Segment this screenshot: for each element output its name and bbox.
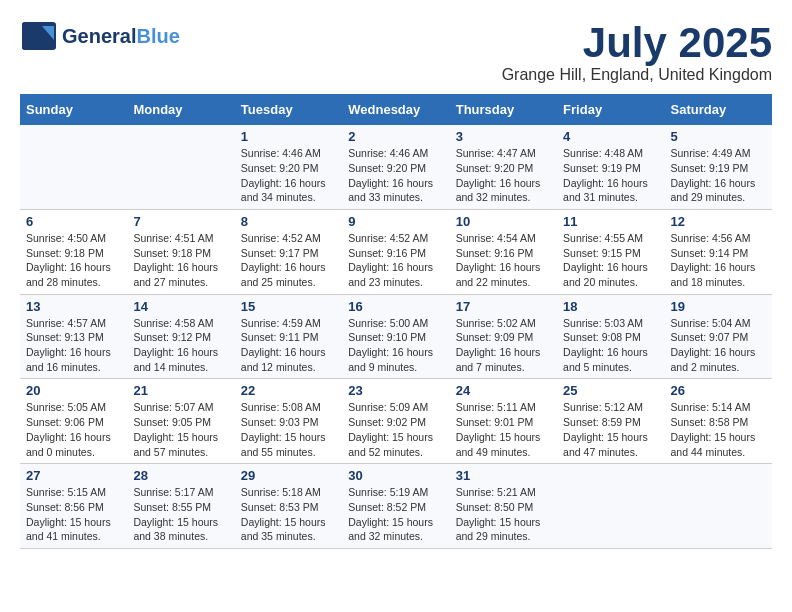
day-number: 28 bbox=[133, 468, 228, 483]
day-number: 6 bbox=[26, 214, 121, 229]
day-number: 8 bbox=[241, 214, 336, 229]
day-number: 23 bbox=[348, 383, 443, 398]
calendar-week-4: 20Sunrise: 5:05 AMSunset: 9:06 PMDayligh… bbox=[20, 379, 772, 464]
weekday-header-thursday: Thursday bbox=[450, 94, 557, 125]
day-number: 16 bbox=[348, 299, 443, 314]
logo-icon bbox=[20, 20, 58, 52]
calendar-cell: 18Sunrise: 5:03 AMSunset: 9:08 PMDayligh… bbox=[557, 294, 664, 379]
day-number: 14 bbox=[133, 299, 228, 314]
calendar-cell: 24Sunrise: 5:11 AMSunset: 9:01 PMDayligh… bbox=[450, 379, 557, 464]
day-number: 3 bbox=[456, 129, 551, 144]
day-info: Sunrise: 4:56 AMSunset: 9:14 PMDaylight:… bbox=[671, 231, 766, 290]
logo: GeneralBlue bbox=[20, 20, 180, 52]
day-info: Sunrise: 4:59 AMSunset: 9:11 PMDaylight:… bbox=[241, 316, 336, 375]
day-number: 25 bbox=[563, 383, 658, 398]
day-number: 5 bbox=[671, 129, 766, 144]
calendar-cell: 21Sunrise: 5:07 AMSunset: 9:05 PMDayligh… bbox=[127, 379, 234, 464]
day-info: Sunrise: 5:18 AMSunset: 8:53 PMDaylight:… bbox=[241, 485, 336, 544]
day-number: 9 bbox=[348, 214, 443, 229]
logo-text: GeneralBlue bbox=[62, 25, 180, 48]
weekday-header-monday: Monday bbox=[127, 94, 234, 125]
calendar-cell bbox=[127, 125, 234, 209]
day-number: 27 bbox=[26, 468, 121, 483]
calendar-cell: 11Sunrise: 4:55 AMSunset: 9:15 PMDayligh… bbox=[557, 209, 664, 294]
calendar-cell bbox=[665, 464, 772, 549]
calendar-cell: 12Sunrise: 4:56 AMSunset: 9:14 PMDayligh… bbox=[665, 209, 772, 294]
day-info: Sunrise: 4:57 AMSunset: 9:13 PMDaylight:… bbox=[26, 316, 121, 375]
day-number: 24 bbox=[456, 383, 551, 398]
day-info: Sunrise: 4:48 AMSunset: 9:19 PMDaylight:… bbox=[563, 146, 658, 205]
day-number: 19 bbox=[671, 299, 766, 314]
calendar-cell: 29Sunrise: 5:18 AMSunset: 8:53 PMDayligh… bbox=[235, 464, 342, 549]
calendar-table: SundayMondayTuesdayWednesdayThursdayFrid… bbox=[20, 94, 772, 549]
day-number: 18 bbox=[563, 299, 658, 314]
day-number: 1 bbox=[241, 129, 336, 144]
day-number: 30 bbox=[348, 468, 443, 483]
day-number: 29 bbox=[241, 468, 336, 483]
weekday-header-sunday: Sunday bbox=[20, 94, 127, 125]
day-info: Sunrise: 4:52 AMSunset: 9:17 PMDaylight:… bbox=[241, 231, 336, 290]
day-number: 17 bbox=[456, 299, 551, 314]
calendar-cell: 13Sunrise: 4:57 AMSunset: 9:13 PMDayligh… bbox=[20, 294, 127, 379]
day-number: 7 bbox=[133, 214, 228, 229]
day-info: Sunrise: 4:50 AMSunset: 9:18 PMDaylight:… bbox=[26, 231, 121, 290]
day-info: Sunrise: 4:47 AMSunset: 9:20 PMDaylight:… bbox=[456, 146, 551, 205]
day-number: 11 bbox=[563, 214, 658, 229]
day-info: Sunrise: 5:05 AMSunset: 9:06 PMDaylight:… bbox=[26, 400, 121, 459]
weekday-header-friday: Friday bbox=[557, 94, 664, 125]
day-info: Sunrise: 5:14 AMSunset: 8:58 PMDaylight:… bbox=[671, 400, 766, 459]
day-info: Sunrise: 5:07 AMSunset: 9:05 PMDaylight:… bbox=[133, 400, 228, 459]
day-info: Sunrise: 4:54 AMSunset: 9:16 PMDaylight:… bbox=[456, 231, 551, 290]
calendar-cell: 7Sunrise: 4:51 AMSunset: 9:18 PMDaylight… bbox=[127, 209, 234, 294]
day-number: 13 bbox=[26, 299, 121, 314]
calendar-week-1: 1Sunrise: 4:46 AMSunset: 9:20 PMDaylight… bbox=[20, 125, 772, 209]
title-block: July 2025 Grange Hill, England, United K… bbox=[502, 20, 772, 84]
page-subtitle: Grange Hill, England, United Kingdom bbox=[502, 66, 772, 84]
day-info: Sunrise: 5:08 AMSunset: 9:03 PMDaylight:… bbox=[241, 400, 336, 459]
calendar-cell: 6Sunrise: 4:50 AMSunset: 9:18 PMDaylight… bbox=[20, 209, 127, 294]
weekday-header-tuesday: Tuesday bbox=[235, 94, 342, 125]
calendar-cell bbox=[20, 125, 127, 209]
calendar-cell: 25Sunrise: 5:12 AMSunset: 8:59 PMDayligh… bbox=[557, 379, 664, 464]
calendar-cell: 30Sunrise: 5:19 AMSunset: 8:52 PMDayligh… bbox=[342, 464, 449, 549]
day-number: 12 bbox=[671, 214, 766, 229]
calendar-cell: 10Sunrise: 4:54 AMSunset: 9:16 PMDayligh… bbox=[450, 209, 557, 294]
calendar-cell bbox=[557, 464, 664, 549]
page-header: GeneralBlue July 2025 Grange Hill, Engla… bbox=[20, 20, 772, 84]
day-info: Sunrise: 5:21 AMSunset: 8:50 PMDaylight:… bbox=[456, 485, 551, 544]
calendar-cell: 26Sunrise: 5:14 AMSunset: 8:58 PMDayligh… bbox=[665, 379, 772, 464]
day-info: Sunrise: 5:04 AMSunset: 9:07 PMDaylight:… bbox=[671, 316, 766, 375]
day-info: Sunrise: 5:02 AMSunset: 9:09 PMDaylight:… bbox=[456, 316, 551, 375]
svg-rect-2 bbox=[22, 22, 42, 50]
day-info: Sunrise: 4:51 AMSunset: 9:18 PMDaylight:… bbox=[133, 231, 228, 290]
weekday-header-saturday: Saturday bbox=[665, 94, 772, 125]
day-number: 15 bbox=[241, 299, 336, 314]
day-number: 10 bbox=[456, 214, 551, 229]
day-info: Sunrise: 5:03 AMSunset: 9:08 PMDaylight:… bbox=[563, 316, 658, 375]
calendar-cell: 9Sunrise: 4:52 AMSunset: 9:16 PMDaylight… bbox=[342, 209, 449, 294]
calendar-cell: 4Sunrise: 4:48 AMSunset: 9:19 PMDaylight… bbox=[557, 125, 664, 209]
calendar-cell: 2Sunrise: 4:46 AMSunset: 9:20 PMDaylight… bbox=[342, 125, 449, 209]
weekday-header-wednesday: Wednesday bbox=[342, 94, 449, 125]
calendar-cell: 3Sunrise: 4:47 AMSunset: 9:20 PMDaylight… bbox=[450, 125, 557, 209]
day-info: Sunrise: 4:55 AMSunset: 9:15 PMDaylight:… bbox=[563, 231, 658, 290]
calendar-cell: 28Sunrise: 5:17 AMSunset: 8:55 PMDayligh… bbox=[127, 464, 234, 549]
calendar-cell: 14Sunrise: 4:58 AMSunset: 9:12 PMDayligh… bbox=[127, 294, 234, 379]
day-info: Sunrise: 4:46 AMSunset: 9:20 PMDaylight:… bbox=[241, 146, 336, 205]
calendar-cell: 8Sunrise: 4:52 AMSunset: 9:17 PMDaylight… bbox=[235, 209, 342, 294]
weekday-header-row: SundayMondayTuesdayWednesdayThursdayFrid… bbox=[20, 94, 772, 125]
day-info: Sunrise: 5:00 AMSunset: 9:10 PMDaylight:… bbox=[348, 316, 443, 375]
page-title: July 2025 bbox=[502, 20, 772, 66]
day-info: Sunrise: 5:15 AMSunset: 8:56 PMDaylight:… bbox=[26, 485, 121, 544]
day-info: Sunrise: 5:11 AMSunset: 9:01 PMDaylight:… bbox=[456, 400, 551, 459]
calendar-cell: 5Sunrise: 4:49 AMSunset: 9:19 PMDaylight… bbox=[665, 125, 772, 209]
day-number: 2 bbox=[348, 129, 443, 144]
calendar-cell: 17Sunrise: 5:02 AMSunset: 9:09 PMDayligh… bbox=[450, 294, 557, 379]
day-info: Sunrise: 4:46 AMSunset: 9:20 PMDaylight:… bbox=[348, 146, 443, 205]
day-number: 31 bbox=[456, 468, 551, 483]
day-info: Sunrise: 4:49 AMSunset: 9:19 PMDaylight:… bbox=[671, 146, 766, 205]
calendar-week-2: 6Sunrise: 4:50 AMSunset: 9:18 PMDaylight… bbox=[20, 209, 772, 294]
day-number: 26 bbox=[671, 383, 766, 398]
calendar-cell: 23Sunrise: 5:09 AMSunset: 9:02 PMDayligh… bbox=[342, 379, 449, 464]
day-info: Sunrise: 5:19 AMSunset: 8:52 PMDaylight:… bbox=[348, 485, 443, 544]
